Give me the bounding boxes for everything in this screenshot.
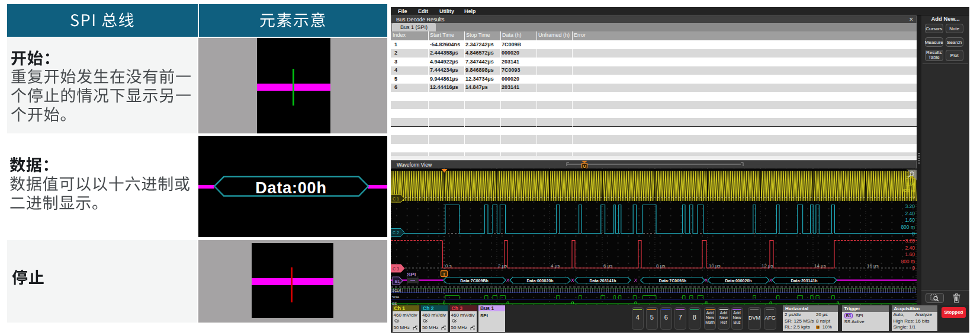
svg-text:800 m: 800 m xyxy=(901,224,915,230)
svg-text:1.60: 1.60 xyxy=(905,251,915,257)
svg-text:Data:000020h: Data:000020h xyxy=(725,279,751,283)
svg-text:U: U xyxy=(583,164,586,168)
svg-text:B1: B1 xyxy=(395,279,400,283)
svg-text:Data:7C0093h: Data:7C0093h xyxy=(659,279,686,283)
svg-text:Data:203141h: Data:203141h xyxy=(589,279,616,283)
svg-text:SDA: SDA xyxy=(392,295,399,299)
svg-text:3.20: 3.20 xyxy=(905,203,915,209)
svg-text:SPI: SPI xyxy=(407,271,416,277)
svg-text:2.40: 2.40 xyxy=(905,245,915,251)
svg-text:0: 0 xyxy=(912,265,915,271)
svg-text:2.40: 2.40 xyxy=(905,210,915,216)
svg-text:T: T xyxy=(443,272,446,277)
svg-text:C 1: C 1 xyxy=(393,197,399,201)
svg-text:1.60: 1.60 xyxy=(905,217,915,223)
svg-text:16 µs: 16 µs xyxy=(867,263,879,269)
svg-text:2 µs: 2 µs xyxy=(498,263,507,269)
svg-text:4 µs: 4 µs xyxy=(551,263,560,269)
svg-text:800 m: 800 m xyxy=(901,259,915,264)
svg-text:Data:203141h: Data:203141h xyxy=(791,279,817,283)
svg-text:Data:7C009Bh: Data:7C009Bh xyxy=(460,279,488,283)
svg-text:8 µs: 8 µs xyxy=(656,263,665,269)
svg-text:14 µs: 14 µs xyxy=(814,263,826,269)
svg-text:0: 0 xyxy=(912,194,915,200)
svg-text:1.84: 1.84 xyxy=(906,181,915,187)
svg-text:10 µs: 10 µs xyxy=(709,263,721,269)
svg-text:0: 0 xyxy=(912,231,915,237)
svg-text:Data:000020h: Data:000020h xyxy=(526,279,553,283)
svg-text:12 µs: 12 µs xyxy=(761,263,773,269)
svg-text:3.20: 3.20 xyxy=(905,238,915,244)
svg-text:0 s: 0 s xyxy=(445,263,452,269)
svg-text:C 2: C 2 xyxy=(393,231,399,235)
svg-text:6 µs: 6 µs xyxy=(603,263,612,269)
svg-text:C 3: C 3 xyxy=(393,267,399,271)
svg-text:920 m: 920 m xyxy=(902,188,915,193)
